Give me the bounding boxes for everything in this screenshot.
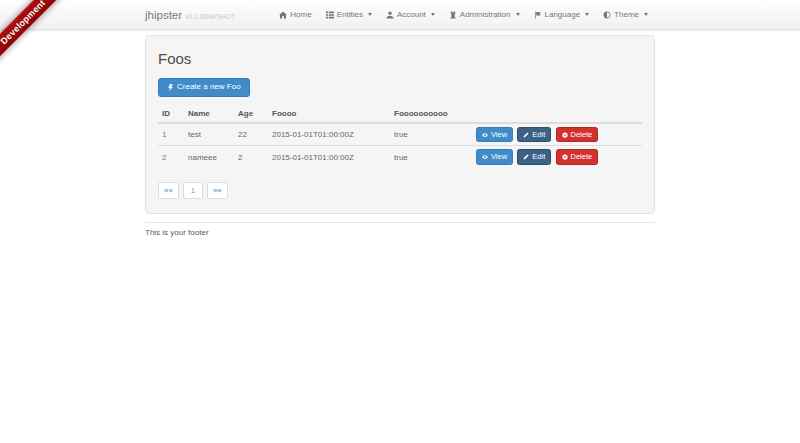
view-label: View — [491, 152, 507, 162]
chevron-down-icon — [368, 13, 372, 16]
nav-item-administration[interactable]: Administration — [442, 0, 527, 29]
cell-foooo: 2015-01-01T01:00:00Z — [268, 123, 390, 146]
brand-name: jhipster — [145, 9, 182, 21]
brand-version: v0.1-SNAPSHOT — [185, 13, 235, 20]
remove-circle-icon — [562, 154, 568, 160]
col-header-actions — [472, 105, 642, 123]
navbar: jhipster v0.1-SNAPSHOT Home Entities — [0, 0, 800, 30]
footer-text: This is your footer — [145, 228, 655, 237]
col-header-foooo[interactable]: Foooo — [268, 105, 390, 123]
table-header-row: ID Name Age Foooo Foooooooooo — [158, 105, 642, 123]
chevron-down-icon — [431, 13, 435, 16]
footer-divider — [145, 222, 655, 223]
nav-item-home[interactable]: Home — [272, 0, 318, 29]
remove-circle-icon — [562, 132, 568, 138]
home-icon — [279, 11, 287, 19]
view-button[interactable]: View — [476, 149, 513, 165]
th-list-icon — [326, 11, 334, 19]
nav-item-label: Administration — [460, 10, 511, 19]
delete-label: Delete — [571, 152, 593, 162]
col-header-id[interactable]: ID — [158, 105, 184, 123]
nav-item-label: Home — [290, 10, 311, 19]
nav-item-label: Theme — [614, 10, 639, 19]
nav-item-theme[interactable]: Theme — [596, 0, 655, 29]
create-foo-button[interactable]: Create a new Foo — [158, 78, 250, 96]
cell-foooo: 2015-01-01T01:00:00Z — [268, 146, 390, 168]
eye-icon — [482, 154, 488, 160]
nav-item-label: Entities — [337, 10, 363, 19]
cell-age: 22 — [234, 123, 268, 146]
nav-item-label: Language — [545, 10, 581, 19]
brand[interactable]: jhipster v0.1-SNAPSHOT — [145, 9, 235, 21]
pencil-icon — [523, 154, 529, 160]
create-foo-label: Create a new Foo — [177, 82, 241, 92]
cell-name: nameee — [184, 146, 234, 168]
cell-foo10: true — [390, 146, 472, 168]
row-id-link[interactable]: 2 — [162, 153, 166, 162]
cell-name: test — [184, 123, 234, 146]
nav-item-language[interactable]: Language — [527, 0, 597, 29]
user-icon — [386, 11, 394, 19]
flag-icon — [534, 11, 542, 19]
page-title: Foos — [158, 50, 642, 67]
table-row: 2 nameee 2 2015-01-01T01:00:00Z true Vie… — [158, 146, 642, 168]
pagination-last-button[interactable]: »» — [207, 182, 228, 199]
nav-item-account[interactable]: Account — [379, 0, 442, 29]
foos-table: ID Name Age Foooo Foooooooooo 1 test 22 … — [158, 105, 642, 169]
pagination: «« 1 »» — [158, 182, 642, 199]
chevron-down-icon — [644, 13, 648, 16]
adjust-icon — [603, 11, 611, 19]
foos-panel: Foos Create a new Foo ID Name Age Foooo … — [145, 35, 655, 214]
edit-button[interactable]: Edit — [517, 127, 551, 143]
tower-icon — [449, 11, 457, 19]
col-header-age[interactable]: Age — [234, 105, 268, 123]
nav-item-entities[interactable]: Entities — [319, 0, 379, 29]
cell-age: 2 — [234, 146, 268, 168]
chevron-down-icon — [585, 13, 589, 16]
row-id-link[interactable]: 1 — [162, 130, 166, 139]
delete-label: Delete — [571, 130, 593, 140]
flash-icon — [167, 84, 174, 91]
nav-menu: Home Entities Account Admi — [272, 0, 655, 29]
edit-label: Edit — [532, 152, 545, 162]
view-button[interactable]: View — [476, 127, 513, 143]
eye-icon — [482, 132, 488, 138]
pagination-first-button[interactable]: «« — [158, 182, 179, 199]
nav-item-label: Account — [397, 10, 426, 19]
pagination-page-1[interactable]: 1 — [183, 182, 203, 199]
col-header-foo10[interactable]: Foooooooooo — [390, 105, 472, 123]
cell-foo10: true — [390, 123, 472, 146]
pencil-icon — [523, 132, 529, 138]
edit-label: Edit — [532, 130, 545, 140]
view-label: View — [491, 130, 507, 140]
delete-button[interactable]: Delete — [556, 149, 599, 165]
delete-button[interactable]: Delete — [556, 127, 599, 143]
edit-button[interactable]: Edit — [517, 149, 551, 165]
main-content: Foos Create a new Foo ID Name Age Foooo … — [145, 30, 655, 237]
chevron-down-icon — [516, 13, 520, 16]
table-row: 1 test 22 2015-01-01T01:00:00Z true View… — [158, 123, 642, 146]
col-header-name[interactable]: Name — [184, 105, 234, 123]
